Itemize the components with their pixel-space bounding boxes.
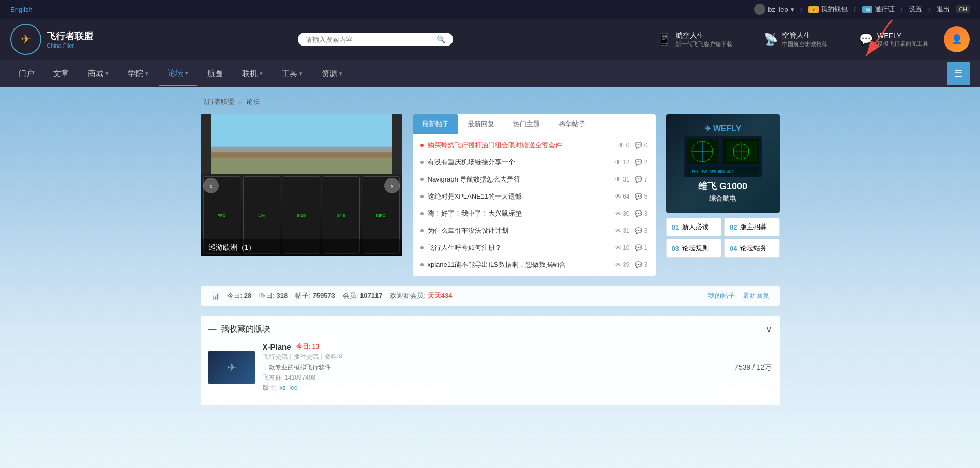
- logo-text: 飞行者联盟 China Flier: [47, 30, 93, 49]
- next-arrow[interactable]: ›: [384, 178, 400, 193]
- forum-dropdown-icon: ▾: [185, 70, 188, 77]
- tab-hot-topics[interactable]: 热门主题: [504, 114, 549, 134]
- posts-value: 759573: [312, 292, 335, 299]
- nav-item-articles[interactable]: 文章: [45, 62, 77, 86]
- nav-item-online[interactable]: 联机 ▾: [234, 62, 271, 86]
- logo[interactable]: ✈ 飞行者联盟 China Flier: [10, 24, 93, 55]
- forum-item[interactable]: Navigraph 导航数据怎么去弄得 👁 31 💬 7: [418, 171, 651, 188]
- xplane-info: X-Plane 今日: 13 飞行交流｜插件交流｜资料区 一款专业的模拟飞行软件…: [263, 342, 723, 392]
- nav-item-forum[interactable]: 论坛 ▾: [159, 61, 197, 86]
- moderator-value[interactable]: lxz_leo: [278, 384, 297, 391]
- resources-dropdown-icon: ▾: [339, 70, 342, 77]
- settings-link[interactable]: 设置: [909, 5, 922, 14]
- reply-stat: 💬 3: [635, 261, 647, 268]
- sep2: /: [854, 6, 856, 13]
- app3-subtitle: 模拟飞行桌面无工具: [877, 40, 928, 48]
- forum-item[interactable]: 为什么牵引车没法设计计划 👁 31 💬 3: [418, 222, 651, 239]
- wallet-link[interactable]: 💰 我的钱包: [808, 5, 848, 14]
- language-switcher[interactable]: English: [10, 6, 33, 13]
- forum-stats: 👁 10 💬 1: [615, 244, 648, 251]
- sidebar-link-2[interactable]: 03论坛规则: [666, 239, 722, 258]
- app2-subtitle: 中国航空忠诚推荐: [782, 40, 827, 48]
- forum-item-left: 为什么牵引车没法设计计划: [420, 226, 615, 235]
- lang-badge: CH: [956, 5, 970, 13]
- search-icon[interactable]: 🔍: [436, 35, 445, 43]
- latest-reply-link[interactable]: 最新回复: [743, 291, 770, 300]
- prev-arrow[interactable]: ‹: [203, 178, 219, 193]
- forum-stats: 👁 31 💬 3: [615, 227, 648, 234]
- sep1: /: [801, 6, 803, 13]
- xplane-thumbnail[interactable]: ✈: [208, 351, 255, 384]
- forum-item[interactable]: 购买蜂窝飞行摇杆油门组合限时赠送空客套件 👁 0 💬 0: [418, 137, 651, 154]
- expand-icon[interactable]: ∨: [766, 324, 772, 334]
- nav-item-aviationcircle[interactable]: 航圈: [199, 62, 231, 86]
- breadcrumb: 飞行者联盟 » 论坛: [201, 97, 780, 107]
- passport-link[interactable]: 🪪 通行证: [862, 5, 895, 14]
- forum-item-left: 飞行人生呼号如何注册？: [420, 243, 615, 252]
- tab-featured[interactable]: 稀华帖子: [549, 114, 595, 134]
- my-posts-link[interactable]: 我的帖子: [708, 291, 735, 300]
- tab-latest-posts[interactable]: 最新帖子: [413, 114, 458, 134]
- nav-item-tools[interactable]: 工具 ▾: [274, 62, 311, 86]
- forum-item[interactable]: 有没有重庆机场链接分享一个 👁 12 💬 2: [418, 154, 651, 171]
- forum-item[interactable]: 这绝对是XPLANE11的一大遗憾 👁 64 💬 5: [418, 188, 651, 205]
- app1-title: 航空人生: [675, 31, 732, 40]
- nav-item-portal[interactable]: 门户: [10, 62, 42, 86]
- app-divider1: [748, 29, 748, 50]
- today-value: 28: [244, 292, 251, 299]
- forum-dot: [420, 212, 424, 215]
- xplane-name-text[interactable]: X-Plane: [263, 342, 291, 351]
- forum-item[interactable]: 嗨！好了！我中了！大兴鼠标垫 👁 30 💬 3: [418, 205, 651, 222]
- sidebar-link-1[interactable]: 02版主招募: [724, 218, 780, 236]
- new-member-value: 天天434: [428, 292, 453, 299]
- app-divider2: [843, 29, 843, 50]
- nav-item-shop[interactable]: 商城 ▾: [80, 62, 117, 86]
- product-title: 维飞 G1000 综合航电: [698, 180, 747, 203]
- logout-link[interactable]: 退出: [937, 5, 950, 14]
- forum-panel: 最新帖子 最新回复 热门主题 稀华帖子 购买蜂窝飞行摇杆油门组合限时赠送空客套件…: [413, 114, 656, 276]
- app-atc[interactable]: 📡 空管人生 中国航空忠诚推荐: [764, 31, 827, 48]
- forum-item[interactable]: xplane11能不能导出ILS数据啊，想做数据融合 👁 39 💬 3: [418, 256, 651, 273]
- logo-circle: ✈: [10, 24, 41, 55]
- username: bz_leo: [768, 6, 788, 13]
- nav-item-resources[interactable]: 资源 ▾: [313, 62, 351, 86]
- featured-image[interactable]: PFD NAV ENG SYS MFD 巡游欧洲（1） ‹ ›: [201, 114, 402, 256]
- nav-menu-button[interactable]: ☰: [947, 62, 970, 85]
- sidebar-link-3[interactable]: 04论坛站务: [724, 239, 780, 258]
- cockpit-top: [201, 114, 402, 174]
- breadcrumb-sep: »: [238, 98, 242, 106]
- user-menu[interactable]: bz_leo ▾: [754, 4, 794, 15]
- link-label: 论坛站务: [740, 244, 767, 253]
- forum-dot: [420, 229, 424, 232]
- sidebar-link-0[interactable]: 01新人必读: [666, 218, 722, 236]
- reply-stat: 💬 3: [635, 210, 647, 217]
- nav-label-resources: 资源: [322, 69, 337, 79]
- passport-label: 通行证: [875, 5, 895, 14]
- link-label: 版主招募: [740, 222, 767, 232]
- forum-title: Navigraph 导航数据怎么去弄得: [428, 175, 615, 184]
- tab-latest-replies[interactable]: 最新回复: [458, 114, 504, 134]
- nav-item-academy[interactable]: 学院 ▾: [119, 62, 157, 86]
- wefly-brand-text: ✈ WEFLY: [704, 124, 742, 133]
- app1-info: 航空人生 新一代飞飞客户端下载: [675, 31, 732, 48]
- yesterday-value: 318: [276, 292, 288, 299]
- breadcrumb-home[interactable]: 飞行者联盟: [201, 97, 234, 107]
- sidebar-ad[interactable]: ✈ WEFLY: [666, 114, 780, 213]
- app-aviation[interactable]: 📱 航空人生 新一代飞飞客户端下载: [657, 31, 732, 48]
- view-stat: 👁 64: [615, 193, 630, 200]
- user-avatar[interactable]: 👤: [944, 26, 970, 52]
- logo-cn: 飞行者联盟: [47, 30, 93, 42]
- forum-item[interactable]: 飞行人生呼号如何注册？ 👁 10 💬 1: [418, 239, 651, 256]
- nav-label-forum: 论坛: [168, 68, 183, 78]
- link-num: 04: [730, 245, 737, 252]
- forum-dot: [420, 161, 424, 164]
- user-dropdown-icon: ▾: [791, 6, 794, 13]
- sidebar-ad-inner: ✈ WEFLY: [666, 114, 780, 213]
- search-bar[interactable]: 🔍: [298, 33, 453, 46]
- collections-header: — 我收藏的版块 ∨: [208, 324, 772, 335]
- xplane-name: X-Plane 今日: 13: [263, 342, 723, 351]
- xplane-thumb-mock: ✈: [208, 351, 255, 384]
- app-wefly[interactable]: 💬 WEFLY 模拟飞行桌面无工具: [859, 32, 928, 48]
- view-stat: 👁 31: [615, 227, 630, 234]
- search-input[interactable]: [306, 36, 432, 43]
